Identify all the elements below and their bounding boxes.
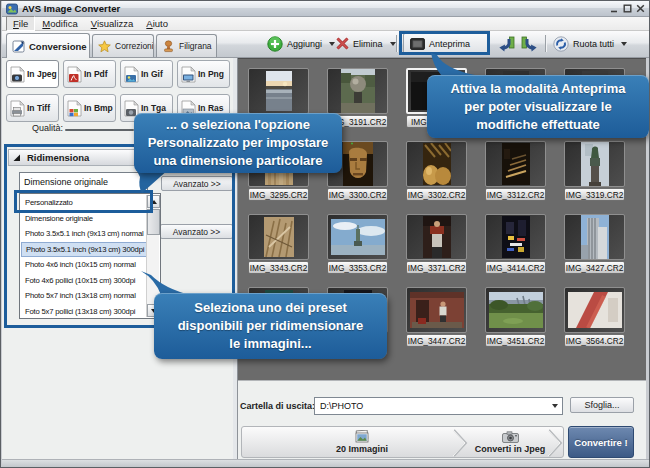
page-camera-icon: [10, 66, 25, 83]
tab-filigrana[interactable]: Filigrana: [156, 34, 217, 57]
rotate-left-button[interactable]: [497, 36, 515, 52]
format-button-gif[interactable]: In Gif: [120, 60, 173, 88]
preset-item-label: Photo 3.5x5.1 inch (9x13 cm) normal: [25, 229, 144, 238]
photo-skyscraper: [581, 215, 609, 259]
minimize-button[interactable]: [610, 4, 619, 13]
thumbnail-filename: IMG_3414.CR2: [485, 261, 546, 274]
photo-green-statue: [581, 142, 609, 186]
delete-dropdown-caret: [390, 42, 396, 46]
callout-line: Personalizzato per impostare: [134, 134, 342, 152]
advanced-button-2[interactable]: Avanzato >>: [160, 224, 233, 239]
preset-item[interactable]: Foto 5x7 pollici (13x18 cm) 300dpi: [21, 304, 149, 320]
browse-button[interactable]: Sfoglia...: [570, 397, 634, 413]
preset-item[interactable]: Foto 4x6 pollici (10x15 cm) 300dpi: [21, 273, 149, 289]
image-count-segment: 20 Immagini: [302, 427, 422, 457]
filename-text: IMG_3295.CR2: [250, 190, 308, 200]
toolbar-divider: [396, 35, 397, 52]
format-label: In Tga: [141, 103, 166, 113]
thumbnail-tile[interactable]: [564, 141, 625, 187]
photo-night-stairs: [502, 143, 530, 185]
thumbnail-tile[interactable]: [485, 214, 546, 260]
thumbnail-filename: IMG_3371.CR2: [406, 261, 467, 274]
thumbnail-tile[interactable]: [248, 214, 309, 260]
window-controls: [610, 4, 645, 13]
format-button-png[interactable]: In Png: [177, 60, 230, 88]
convert-button[interactable]: Convertire !: [568, 426, 634, 458]
format-label: In Tiff: [27, 103, 50, 113]
format-button-tiff[interactable]: In Tiff: [6, 94, 59, 122]
thumbnail-tile[interactable]: [406, 287, 467, 333]
quality-slider[interactable]: [65, 129, 134, 131]
rotate-right-button[interactable]: [521, 36, 539, 52]
preset-item-label: Dimensione originale: [25, 214, 93, 223]
preset-item[interactable]: Dimensione originale: [21, 211, 149, 227]
format-button-bmp[interactable]: In Bmp: [63, 94, 116, 122]
menu-visualizza[interactable]: Visualizza: [85, 17, 140, 30]
convert-button-label: Convertire !: [574, 437, 627, 448]
format-label: In Jpeg: [27, 69, 57, 79]
resize-preset-combobox[interactable]: Dimensione originale: [19, 172, 148, 191]
camera-icon: [502, 431, 519, 443]
callout-line: le immagini...: [154, 335, 387, 353]
preview-button[interactable]: Anteprima: [403, 33, 489, 54]
thumbnail-tile[interactable]: [564, 214, 625, 260]
preset-item-personalizzato[interactable]: Personalizzato: [21, 195, 149, 211]
thumbnail-tile[interactable]: [406, 214, 467, 260]
resize-header-label: Ridimensiona: [27, 152, 89, 163]
output-folder-caret: [552, 404, 558, 408]
thumbnail-tile[interactable]: [248, 68, 309, 114]
scroll-up-button[interactable]: [147, 195, 160, 208]
quality-label: Qualità:: [32, 123, 63, 133]
filename-text: IMG_3300.CR2: [329, 190, 387, 200]
scrollbar-thumb[interactable]: [147, 209, 160, 235]
filename-text: IMG_3343.CR2: [250, 263, 308, 273]
callout-line: modifiche effettuate: [427, 116, 649, 134]
output-folder-combobox[interactable]: D:\PHOTO: [314, 397, 563, 415]
thumbnail-filename: IMG_3447.CR2: [406, 334, 467, 347]
tab-correzioni[interactable]: Correzioni: [92, 34, 154, 57]
rotate-all-label: Ruota tutti: [573, 39, 614, 49]
menu-file[interactable]: File: [6, 16, 35, 31]
callout-line: disponibili per ridimensionare: [154, 317, 387, 335]
add-button-label: Aggiungi: [287, 39, 322, 49]
rotate-all-button[interactable]: Ruota tutti: [553, 36, 627, 52]
thumbnail-tile[interactable]: [406, 141, 467, 187]
format-button-jpeg[interactable]: In Jpeg: [6, 60, 59, 88]
thumbnail-filename: IMG_3427.CR2: [564, 261, 625, 274]
chevron-separator: [452, 429, 468, 457]
advanced-button-1[interactable]: Avanzato >>: [161, 176, 233, 191]
format-label: In Pdf: [84, 69, 108, 79]
filename-text: IMG_3312.CR2: [487, 190, 545, 200]
preset-item[interactable]: Photo 3.5x5.1 inch (9x13 cm) normal: [21, 226, 149, 242]
add-button[interactable]: Aggiungi: [267, 36, 335, 52]
callout-presets: Seleziona uno dei preset disponibili per…: [154, 293, 387, 359]
photo-gold-face: [343, 142, 373, 186]
preset-item[interactable]: Photo 4x6 inch (10x15 cm) normal: [21, 257, 149, 273]
page-gif-icon: [124, 66, 139, 83]
filename-text: IMG_3353.CR2: [329, 263, 387, 273]
delete-button[interactable]: Elimina: [336, 37, 396, 50]
menu-aiuto[interactable]: Aiuto: [140, 17, 174, 30]
format-label: In Gif: [141, 69, 163, 79]
tab-conversione[interactable]: Conversione: [6, 33, 90, 58]
menu-modifica[interactable]: Modifica: [36, 17, 83, 30]
thumbnail-tile[interactable]: [564, 287, 625, 333]
monitor-icon: [410, 38, 425, 50]
chevron-separator-2: [547, 429, 563, 457]
thumbnail-tile[interactable]: [327, 68, 388, 114]
format-button-pdf[interactable]: In Pdf: [63, 60, 116, 88]
filename-text: IMG_3564.CR2: [566, 336, 624, 346]
filename-text: IMG_3319.CR2: [566, 190, 624, 200]
format-label: In Ras: [198, 103, 224, 113]
preset-item[interactable]: Photo 5x7 inch (13x18 cm) normal: [21, 288, 149, 304]
close-button[interactable]: [636, 4, 645, 13]
thumbnail-tile[interactable]: [485, 141, 546, 187]
toolbar-divider-2: [545, 35, 546, 52]
filename-text: IMG_3414.CR2: [487, 263, 545, 273]
maximize-button[interactable]: [623, 4, 632, 13]
thumbnail-tile[interactable]: [327, 214, 388, 260]
thumbnail-tile[interactable]: [485, 287, 546, 333]
photo-statue-of-liberty: [331, 219, 385, 255]
preset-item-selected[interactable]: Photo 3.5x5.1 inch (9x13 cm) 300dpi: [21, 242, 149, 258]
thumbnail-filename: IMG_3353.CR2: [327, 261, 388, 274]
